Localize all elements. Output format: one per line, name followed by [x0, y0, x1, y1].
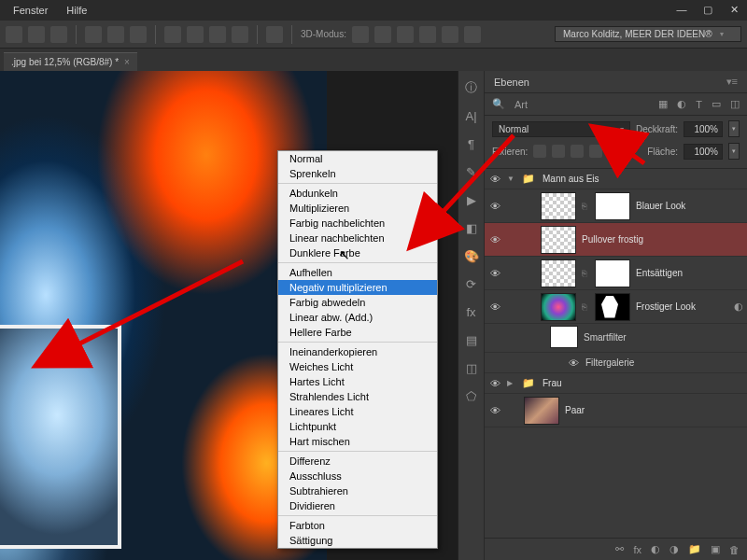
- visibility-icon[interactable]: 👁: [488, 234, 501, 245]
- blend-mode-item[interactable]: Abdunkeln: [278, 186, 437, 201]
- visibility-icon[interactable]: 👁: [488, 268, 501, 279]
- clone-source-icon[interactable]: ▶: [462, 190, 481, 209]
- blend-mode-item[interactable]: Aufhellen: [278, 265, 437, 280]
- blend-mode-item[interactable]: Linear abw. (Add.): [278, 310, 437, 325]
- layer-thumb[interactable]: [541, 226, 576, 254]
- layers-icon[interactable]: ▤: [462, 330, 481, 349]
- info-icon[interactable]: ⓘ: [462, 78, 481, 97]
- visibility-icon[interactable]: 👁: [488, 405, 501, 416]
- filter-smart-icon[interactable]: ◫: [730, 98, 740, 110]
- layer-name[interactable]: Frau: [543, 378, 743, 388]
- visibility-icon[interactable]: 👁: [567, 357, 580, 369]
- filter-name[interactable]: Filtergalerie: [585, 357, 634, 368]
- filter-search-icon[interactable]: 🔍: [492, 98, 505, 110]
- mask-thumb[interactable]: [595, 192, 630, 220]
- document-tab[interactable]: .jpg bei 12,5% (RGB/8#) * ×: [4, 52, 137, 71]
- fill-stepper[interactable]: ▾: [728, 143, 740, 160]
- blend-mode-item[interactable]: Subtrahieren: [278, 483, 437, 498]
- blend-mode-item[interactable]: Hartes Licht: [278, 374, 437, 389]
- tool-icon[interactable]: [28, 26, 45, 43]
- character-icon[interactable]: A|: [462, 106, 481, 125]
- paragraph-icon[interactable]: ¶: [462, 134, 481, 153]
- brush-icon[interactable]: ✎: [462, 162, 481, 181]
- mask-thumb[interactable]: [595, 293, 630, 321]
- mode3d-icon[interactable]: [442, 26, 458, 43]
- smart-filters-row[interactable]: Smartfilter: [485, 324, 747, 353]
- link-layers-icon[interactable]: ⚯: [615, 543, 624, 555]
- blend-mode-item[interactable]: Strahlendes Licht: [278, 389, 437, 404]
- mode3d-icon[interactable]: [374, 26, 391, 43]
- filter-mask-thumb[interactable]: [550, 326, 578, 348]
- visibility-icon[interactable]: 👁: [488, 174, 501, 185]
- layer-list[interactable]: 👁 ▼ 📁 Mann aus Eis 👁 ⎘ Blauer Look 👁: [485, 169, 747, 538]
- visibility-icon[interactable]: 👁: [488, 201, 501, 212]
- layer-thumb[interactable]: [541, 192, 576, 220]
- blend-mode-select[interactable]: Normal: [492, 121, 630, 137]
- blend-mode-item[interactable]: Normal: [278, 151, 437, 166]
- mask-thumb[interactable]: [595, 259, 630, 287]
- layer-row-selected[interactable]: 👁 Pullover frostig: [485, 223, 747, 257]
- adjustment-icon[interactable]: ◑: [669, 543, 679, 555]
- new-layer-icon[interactable]: ▣: [711, 543, 720, 555]
- mode3d-icon[interactable]: [464, 26, 481, 43]
- smart-filter-item[interactable]: 👁 Filtergalerie: [485, 353, 747, 373]
- group-icon[interactable]: 📁: [688, 543, 701, 555]
- blend-mode-item[interactable]: Sprenkeln: [278, 166, 437, 181]
- tool-icon[interactable]: [209, 26, 226, 43]
- color-icon[interactable]: 🎨: [462, 246, 481, 265]
- layer-name[interactable]: Paar: [565, 405, 743, 415]
- tab-close-icon[interactable]: ×: [124, 57, 130, 67]
- styles-icon[interactable]: fx: [462, 302, 481, 321]
- blend-mode-item[interactable]: Farbig nachbelichten: [278, 216, 437, 231]
- blend-mode-item[interactable]: Ausschluss: [278, 469, 437, 483]
- channels-icon[interactable]: ◫: [462, 358, 481, 377]
- minimize-button[interactable]: —: [669, 0, 695, 19]
- layer-thumb[interactable]: [541, 259, 576, 287]
- layer-name[interactable]: Mann aus Eis: [543, 174, 743, 184]
- twirl-icon[interactable]: ▶: [507, 379, 516, 387]
- layer-thumb[interactable]: [541, 293, 576, 321]
- blend-mode-item[interactable]: Negativ multiplizieren: [278, 280, 437, 295]
- tool-icon[interactable]: [266, 26, 283, 43]
- tool-icon[interactable]: [164, 26, 181, 43]
- blend-mode-item[interactable]: Weiches Licht: [278, 359, 437, 374]
- lock-all-icon[interactable]: [589, 145, 602, 158]
- twirl-icon[interactable]: ▼: [507, 175, 516, 183]
- history-icon[interactable]: ⟳: [462, 274, 481, 293]
- tool-icon[interactable]: [107, 26, 124, 43]
- link-icon[interactable]: ⎘: [582, 202, 589, 211]
- tool-icon[interactable]: [85, 26, 102, 43]
- mode3d-icon[interactable]: [397, 26, 414, 43]
- layer-row[interactable]: 👁 ⎘ Frostiger Look ◐: [485, 290, 747, 324]
- blend-mode-item[interactable]: Sättigung: [278, 533, 437, 548]
- blend-mode-item[interactable]: Linear nachbelichten: [278, 231, 437, 245]
- layer-group-row[interactable]: 👁 ▶ 📁 Frau: [485, 373, 747, 394]
- filter-type-icon[interactable]: T: [696, 99, 702, 110]
- layer-row[interactable]: 👁 Paar: [485, 394, 747, 427]
- lock-transparency-icon[interactable]: [533, 145, 546, 158]
- layer-name[interactable]: Pullover frostig: [582, 234, 743, 245]
- blend-mode-dropdown-menu[interactable]: NormalSprenkelnAbdunkelnMultiplizierenFa…: [277, 150, 438, 549]
- blend-mode-item[interactable]: Dunklere Farbe: [278, 245, 437, 260]
- blend-mode-item[interactable]: Hart mischen: [278, 434, 437, 449]
- tool-icon[interactable]: [6, 26, 22, 43]
- layer-name[interactable]: Entsättigen: [636, 268, 743, 278]
- blend-mode-item[interactable]: Lichtpunkt: [278, 419, 437, 434]
- blend-mode-item[interactable]: Ineinanderkopieren: [278, 344, 437, 359]
- fill-value[interactable]: 100%: [684, 144, 723, 160]
- layer-row[interactable]: 👁 ⎘ Blauer Look: [485, 189, 747, 223]
- blend-mode-item[interactable]: Multiplizieren: [278, 201, 437, 216]
- filter-adjust-icon[interactable]: ◐: [677, 98, 686, 110]
- user-dropdown[interactable]: Marco Kolditz, MEER DER IDEEN®: [555, 26, 741, 42]
- mode3d-icon[interactable]: [419, 26, 436, 43]
- visibility-icon[interactable]: 👁: [488, 378, 501, 389]
- lock-position-icon[interactable]: [571, 145, 584, 158]
- delete-icon[interactable]: 🗑: [729, 544, 740, 555]
- opacity-stepper[interactable]: ▾: [728, 120, 740, 137]
- tool-icon[interactable]: [130, 26, 147, 43]
- link-icon[interactable]: ⎘: [582, 269, 589, 278]
- blend-mode-item[interactable]: Differenz: [278, 454, 437, 469]
- link-icon[interactable]: ⎘: [582, 302, 589, 312]
- layer-name[interactable]: Blauer Look: [636, 201, 743, 211]
- blend-mode-item[interactable]: Farbig abwedeln: [278, 295, 437, 310]
